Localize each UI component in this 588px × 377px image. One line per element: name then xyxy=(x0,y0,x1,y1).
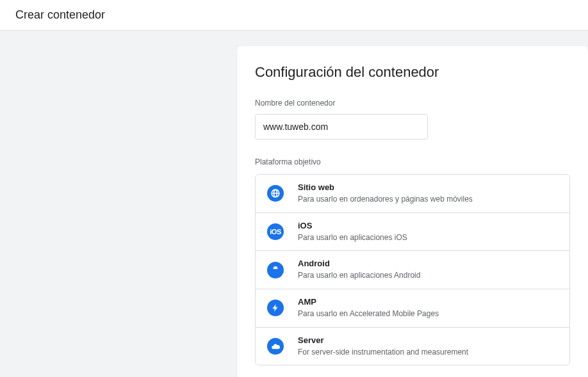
platform-title: AMP xyxy=(298,297,439,308)
platform-option-android[interactable]: Android Para usarlo en aplicaciones Andr… xyxy=(256,251,569,289)
platform-title: Android xyxy=(298,259,420,269)
page-title: Crear contenedor xyxy=(15,8,105,22)
platform-desc: Para usarlo en aplicaciones Android xyxy=(298,270,420,281)
platform-title: Server xyxy=(298,335,468,346)
platform-text: Sitio web Para usarlo en ordenadores y p… xyxy=(298,182,473,205)
card-title: Configuración del contenedor xyxy=(255,64,570,81)
container-name-input[interactable] xyxy=(255,114,428,140)
platform-option-amp[interactable]: AMP Para usarlo en Accelerated Mobile Pa… xyxy=(256,289,569,328)
platform-desc: Para usarlo en ordenadores y páginas web… xyxy=(298,194,473,205)
platform-option-ios[interactable]: iOS iOS Para usarlo en aplicaciones iOS xyxy=(256,213,569,252)
platform-title: Sitio web xyxy=(298,182,473,193)
platform-text: Server For server-side instrumentation a… xyxy=(298,335,468,358)
platform-text: Android Para usarlo en aplicaciones Andr… xyxy=(298,259,420,281)
ios-icon: iOS xyxy=(267,223,284,240)
platform-desc: Para usarlo en Accelerated Mobile Pages xyxy=(298,309,439,319)
container-name-label: Nombre del contenedor xyxy=(255,99,570,108)
android-icon xyxy=(267,262,284,278)
platform-option-web[interactable]: Sitio web Para usarlo en ordenadores y p… xyxy=(256,175,569,213)
platform-desc: For server-side instrumentation and meas… xyxy=(298,347,468,358)
platform-text: AMP Para usarlo en Accelerated Mobile Pa… xyxy=(298,297,439,319)
platform-desc: Para usarlo en aplicaciones iOS xyxy=(298,232,407,243)
container-config-card: Configuración del contenedor Nombre del … xyxy=(237,46,588,377)
platform-option-server[interactable]: Server For server-side instrumentation a… xyxy=(256,328,569,365)
lightning-icon xyxy=(267,300,284,316)
platform-title: iOS xyxy=(298,221,407,232)
body-area: Configuración del contenedor Nombre del … xyxy=(0,31,588,377)
page-header: Crear contenedor xyxy=(0,0,588,31)
platform-section-label: Plataforma objetivo xyxy=(255,157,570,166)
globe-icon xyxy=(267,185,284,202)
platform-text: iOS Para usarlo en aplicaciones iOS xyxy=(298,221,407,243)
cloud-icon xyxy=(267,338,284,355)
platform-list: Sitio web Para usarlo en ordenadores y p… xyxy=(255,174,570,365)
